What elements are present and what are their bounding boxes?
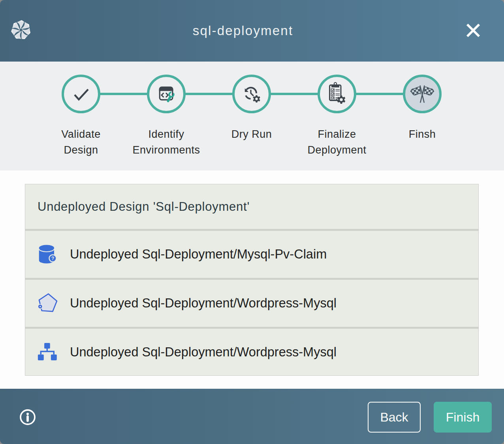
svg-text:?: ?: [51, 256, 55, 261]
